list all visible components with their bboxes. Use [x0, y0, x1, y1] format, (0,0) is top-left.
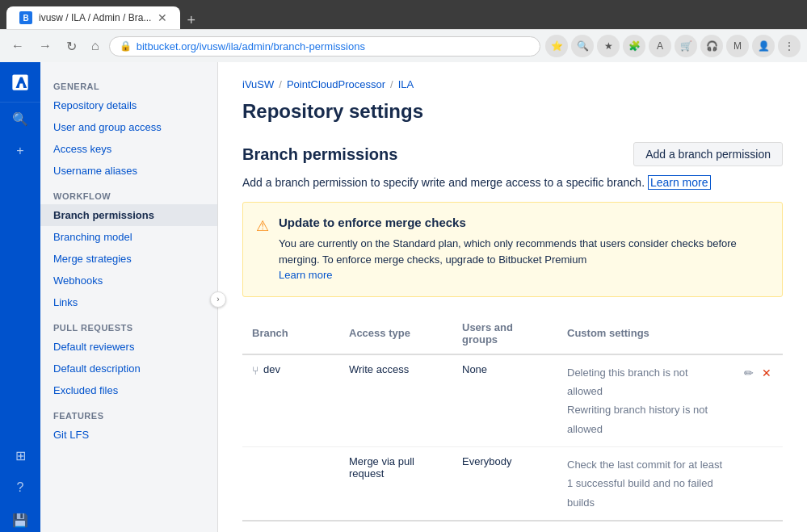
features-label: FEATURES	[40, 404, 217, 424]
extension-icon-4[interactable]: 🧩	[623, 35, 645, 57]
dev-write-actions: ✏ ✕	[733, 354, 783, 447]
sidebar-item-default-description[interactable]: Default description	[40, 358, 217, 379]
workflow-label: WORKFLOW	[40, 185, 217, 204]
repo-sidebar: GENERAL Repository details User and grou…	[40, 62, 218, 532]
master-write-access-type: Write access	[339, 521, 452, 532]
general-section: GENERAL Repository details User and grou…	[40, 75, 217, 182]
dev-merge-actions	[733, 447, 783, 522]
branch-icon: ⑂	[252, 364, 258, 377]
general-label: GENERAL	[40, 75, 217, 94]
sidebar-item-git-lfs[interactable]: Git LFS	[40, 424, 217, 446]
workflow-section: WORKFLOW Branch permissions Branching mo…	[40, 185, 217, 313]
extension-icon-8[interactable]: M	[726, 35, 749, 57]
dev-merge-users: Everybody	[452, 447, 557, 522]
section-description: Add a branch permission to specify write…	[242, 176, 783, 189]
pull-requests-label: PULL REQUESTS	[40, 316, 217, 336]
sidebar-item-default-reviewers[interactable]: Default reviewers	[40, 336, 217, 358]
sidebar-add-icon[interactable]: +	[0, 135, 40, 167]
dev-write-custom: Deleting this branch is not allowed Rewr…	[557, 354, 733, 447]
app-logo[interactable]	[0, 62, 40, 103]
tab-favicon: B	[19, 11, 32, 24]
app-sidebar: 🔍 + ⊞ ? 💾	[0, 62, 40, 532]
extension-icon-3[interactable]: ★	[597, 35, 620, 57]
sidebar-search-icon[interactable]: 🔍	[0, 103, 40, 135]
address-bar[interactable]: 🔒 bitbucket.org/ivusw/ila/admin/branch-p…	[109, 36, 540, 57]
section-title: Branch permissions	[242, 145, 397, 164]
home-button[interactable]: ⌂	[86, 36, 104, 57]
dev-branch-cell: ⑂ dev	[242, 354, 339, 447]
sidebar-item-access-keys[interactable]: Access keys	[40, 138, 217, 160]
extension-icon-6[interactable]: 🛒	[675, 35, 697, 57]
sidebar-storage-icon[interactable]: 💾	[0, 504, 40, 532]
col-header-users: Users and groups	[452, 313, 557, 354]
sidebar-item-webhooks[interactable]: Webhooks	[40, 270, 217, 291]
browser-menu-button[interactable]: ⋮	[778, 35, 801, 57]
back-button[interactable]: ←	[6, 36, 29, 57]
forward-button[interactable]: →	[34, 36, 57, 57]
extension-icon-9[interactable]: 👤	[752, 35, 775, 57]
lock-icon: 🔒	[120, 40, 132, 52]
edit-dev-write-button[interactable]: ✏	[742, 365, 755, 381]
warning-icon: ⚠	[256, 217, 269, 283]
warning-content: Update to enforce merge checks You are c…	[279, 216, 769, 283]
dev-write-access-type: Write access	[339, 354, 452, 447]
breadcrumb: iVuSW / PointCloudProcessor / ILA	[242, 78, 783, 90]
master-branch-cell: ⑂ master	[242, 521, 339, 532]
col-header-custom: Custom settings	[557, 313, 733, 354]
extension-icon-5[interactable]: A	[649, 35, 671, 57]
col-header-branch: Branch	[242, 313, 339, 354]
extension-icon-2[interactable]: 🔍	[571, 35, 594, 57]
breadcrumb-ila[interactable]: ILA	[398, 78, 414, 90]
features-section: FEATURES Git LFS	[40, 404, 217, 446]
pull-requests-section: PULL REQUESTS Default reviewers Default …	[40, 316, 217, 401]
sidebar-item-links[interactable]: Links	[40, 291, 217, 313]
master-write-actions: ✏ ✕	[733, 521, 783, 532]
learn-more-link[interactable]: Learn more	[648, 175, 711, 190]
add-branch-permission-button[interactable]: Add a branch permission	[633, 142, 783, 166]
col-header-access: Access type	[339, 313, 452, 354]
sidebar-grid-icon[interactable]: ⊞	[0, 439, 40, 471]
table-row: ⑂ dev Write access None Deleting this br…	[242, 354, 783, 447]
warning-title: Update to enforce merge checks	[279, 216, 769, 229]
master-write-custom: Deleting this branch is not allowed Rewr…	[557, 521, 733, 532]
dev-merge-access-type: Merge via pull request	[339, 447, 452, 522]
extension-icon-1[interactable]: ⭐	[545, 35, 568, 57]
table-body: ⑂ dev Write access None Deleting this br…	[242, 354, 783, 533]
url-text: bitbucket.org/ivusw/ila/admin/branch-per…	[137, 40, 365, 52]
bitbucket-logo-icon	[11, 73, 29, 91]
row-actions: ✏ ✕	[742, 363, 773, 381]
reload-button[interactable]: ↻	[61, 36, 82, 57]
dev-merge-branch-cell	[242, 447, 339, 522]
browser-toolbar: ← → ↻ ⌂ 🔒 bitbucket.org/ivusw/ila/admin/…	[0, 29, 807, 62]
sidebar-item-user-group-access[interactable]: User and group access	[40, 116, 217, 138]
table-header: Branch Access type Users and groups Cust…	[242, 313, 783, 354]
branch-name: dev	[263, 363, 280, 375]
active-tab[interactable]: B ivusw / ILA / Admin / Bra... ✕	[6, 6, 180, 29]
master-write-users: None	[452, 521, 557, 532]
warning-learn-more-link[interactable]: Learn more	[279, 269, 332, 281]
warning-box: ⚠ Update to enforce merge checks You are…	[242, 202, 783, 297]
sidebar-item-repository-details[interactable]: Repository details	[40, 94, 217, 116]
sidebar-item-branching-model[interactable]: Branching model	[40, 226, 217, 248]
browser-chrome: B ivusw / ILA / Admin / Bra... ✕ +	[0, 0, 807, 29]
page-title: Repository settings	[242, 100, 783, 123]
table-header-row: Branch Access type Users and groups Cust…	[242, 313, 783, 354]
sidebar-expand-button[interactable]: ›	[210, 291, 226, 308]
sidebar-item-excluded-files[interactable]: Excluded files	[40, 379, 217, 401]
browser-tabs: B ivusw / ILA / Admin / Bra... ✕ +	[6, 6, 801, 29]
warning-body: You are currently on the Standard plan, …	[279, 236, 769, 283]
delete-dev-write-button[interactable]: ✕	[760, 365, 773, 381]
sidebar-item-merge-strategies[interactable]: Merge strategies	[40, 248, 217, 270]
custom-settings-text: Check the last commit for at least 1 suc…	[567, 455, 723, 512]
sidebar-item-username-aliases[interactable]: Username aliases	[40, 160, 217, 182]
sidebar-bottom: ⊞ ? 💾	[0, 439, 40, 532]
custom-settings-text: Deleting this branch is not allowed Rewr…	[567, 363, 723, 439]
tab-close-button[interactable]: ✕	[158, 11, 167, 24]
breadcrumb-pointcloudprocessor[interactable]: PointCloudProcessor	[287, 78, 385, 90]
breadcrumb-ivusw[interactable]: iVuSW	[242, 78, 274, 90]
new-tab-button[interactable]: +	[187, 12, 195, 29]
sidebar-help-icon[interactable]: ?	[0, 471, 40, 504]
extension-icon-7[interactable]: 🎧	[700, 35, 723, 57]
sidebar-item-branch-permissions[interactable]: Branch permissions	[40, 204, 217, 226]
section-header: Branch permissions Add a branch permissi…	[242, 142, 783, 166]
